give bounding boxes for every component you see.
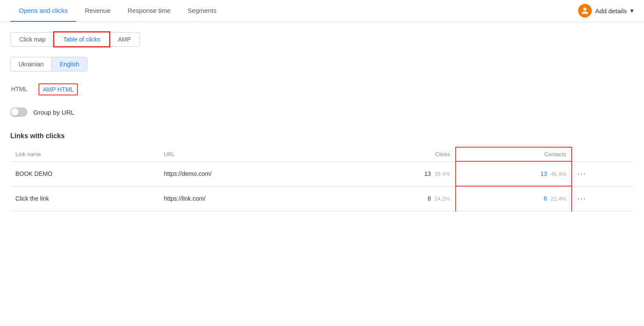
view-btn-click-map[interactable]: Click map bbox=[10, 32, 54, 47]
add-details-button[interactable]: Add details ▾ bbox=[578, 4, 634, 18]
cell-more-actions[interactable]: ··· bbox=[572, 161, 634, 186]
clicks-value: 8 bbox=[427, 195, 431, 202]
group-by-url-toggle[interactable] bbox=[10, 107, 27, 117]
cell-clicks: 8 24.2% bbox=[341, 186, 455, 211]
view-toggle-group: Click map Table of clicks AMP bbox=[10, 32, 634, 47]
view-btn-table-of-clicks[interactable]: Table of clicks bbox=[54, 32, 109, 47]
cell-link-name: BOOK DEMO bbox=[10, 161, 159, 186]
col-header-contacts: Contacts bbox=[456, 147, 572, 161]
main-content: Click map Table of clicks AMP Ukrainian … bbox=[0, 22, 644, 222]
cell-clicks: 13 39.4% bbox=[341, 161, 455, 186]
cell-url: https://link.com/ bbox=[159, 186, 341, 211]
toggle-knob bbox=[11, 108, 19, 116]
more-icon[interactable]: ··· bbox=[577, 169, 586, 178]
language-toggle-group: Ukrainian English bbox=[10, 57, 634, 71]
cell-contacts: 13 46.4% bbox=[456, 161, 572, 186]
group-by-url-row: Group by URL bbox=[10, 107, 634, 117]
more-icon[interactable]: ··· bbox=[577, 194, 586, 203]
lang-btn-ukrainian[interactable]: Ukrainian bbox=[10, 57, 52, 71]
add-details-label: Add details bbox=[595, 7, 627, 15]
clicks-table: Link name URL Clicks Contacts BOOK DEMO … bbox=[10, 147, 634, 211]
html-type-toggle-group: HTML AMP HTML bbox=[10, 83, 634, 95]
tab-opens-and-clicks[interactable]: Opens and clicks bbox=[10, 0, 76, 22]
table-row: Click the link https://link.com/ 8 24.2%… bbox=[10, 186, 634, 211]
cell-link-name: Click the link bbox=[10, 186, 159, 211]
cell-more-actions[interactable]: ··· bbox=[572, 186, 634, 211]
chevron-down-icon: ▾ bbox=[630, 7, 634, 15]
group-by-url-label: Group by URL bbox=[33, 109, 74, 116]
tab-segments[interactable]: Segments bbox=[179, 0, 225, 22]
col-header-actions bbox=[572, 147, 634, 161]
view-btn-amp[interactable]: AMP bbox=[109, 32, 140, 47]
col-header-clicks: Clicks bbox=[341, 147, 455, 161]
html-btn-html[interactable]: HTML bbox=[10, 84, 28, 95]
html-btn-amp-html[interactable]: AMP HTML bbox=[39, 83, 78, 95]
cell-contacts: 6 21.4% bbox=[456, 186, 572, 211]
nav-tabs: Opens and clicks Revenue Response time S… bbox=[10, 0, 225, 21]
contacts-value: 13 bbox=[540, 170, 547, 177]
links-section-title: Links with clicks bbox=[10, 132, 634, 140]
tab-revenue[interactable]: Revenue bbox=[76, 0, 119, 22]
top-navigation: Opens and clicks Revenue Response time S… bbox=[0, 0, 644, 22]
cell-url: https://demo.com/ bbox=[159, 161, 341, 186]
table-row: BOOK DEMO https://demo.com/ 13 39.4% 13 … bbox=[10, 161, 634, 186]
clicks-pct: 39.4% bbox=[434, 171, 450, 177]
col-header-link-name: Link name bbox=[10, 147, 159, 161]
contacts-pct: 21.4% bbox=[550, 196, 566, 202]
links-with-clicks-section: Links with clicks Link name URL Clicks C… bbox=[10, 132, 634, 211]
lang-btn-english[interactable]: English bbox=[51, 57, 87, 71]
clicks-value: 13 bbox=[424, 170, 431, 177]
col-header-url: URL bbox=[159, 147, 341, 161]
contacts-pct: 46.4% bbox=[550, 171, 566, 177]
avatar-icon bbox=[578, 4, 592, 18]
clicks-pct: 24.2% bbox=[434, 196, 450, 202]
tab-response-time[interactable]: Response time bbox=[119, 0, 179, 22]
contacts-value: 6 bbox=[544, 195, 547, 202]
